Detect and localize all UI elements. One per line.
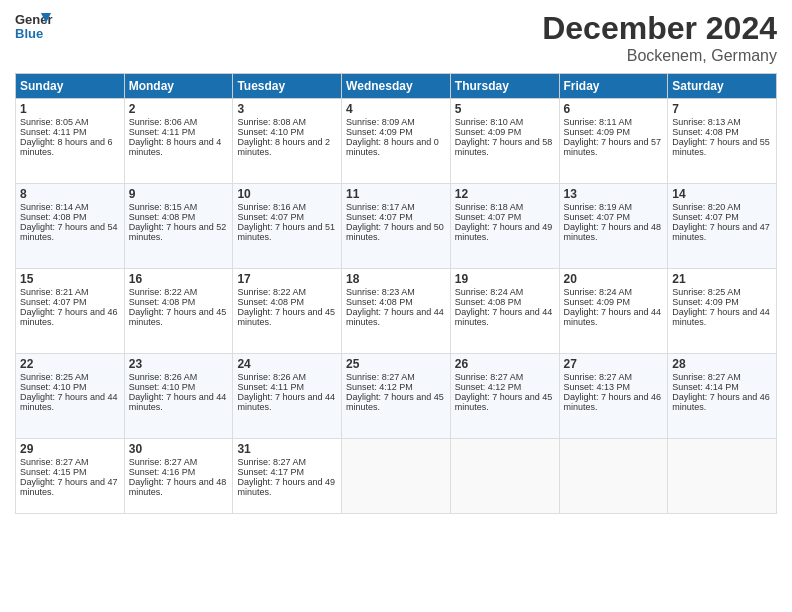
sunset-text: Sunset: 4:07 PM <box>20 297 87 307</box>
page-container: General Blue December 2024 Bockenem, Ger… <box>0 0 792 612</box>
day-number: 22 <box>20 357 120 371</box>
sunset-text: Sunset: 4:08 PM <box>129 297 196 307</box>
sunrise-text: Sunrise: 8:25 AM <box>20 372 89 382</box>
day-number: 14 <box>672 187 772 201</box>
sunrise-text: Sunrise: 8:23 AM <box>346 287 415 297</box>
day-number: 12 <box>455 187 555 201</box>
logo-icon: General Blue <box>15 10 53 40</box>
sunset-text: Sunset: 4:08 PM <box>20 212 87 222</box>
daylight-text: Daylight: 7 hours and 47 minutes. <box>20 477 118 497</box>
sunset-text: Sunset: 4:16 PM <box>129 467 196 477</box>
day-number: 30 <box>129 442 229 456</box>
calendar-cell: 5Sunrise: 8:10 AMSunset: 4:09 PMDaylight… <box>450 99 559 184</box>
daylight-text: Daylight: 8 hours and 6 minutes. <box>20 137 113 157</box>
calendar-cell: 13Sunrise: 8:19 AMSunset: 4:07 PMDayligh… <box>559 184 668 269</box>
day-number: 18 <box>346 272 446 286</box>
daylight-text: Daylight: 7 hours and 50 minutes. <box>346 222 444 242</box>
sunrise-text: Sunrise: 8:20 AM <box>672 202 741 212</box>
calendar-cell: 25Sunrise: 8:27 AMSunset: 4:12 PMDayligh… <box>342 354 451 439</box>
sunrise-text: Sunrise: 8:27 AM <box>20 457 89 467</box>
logo: General Blue <box>15 10 53 40</box>
calendar-header-row: SundayMondayTuesdayWednesdayThursdayFrid… <box>16 74 777 99</box>
daylight-text: Daylight: 7 hours and 44 minutes. <box>129 392 227 412</box>
calendar-cell: 23Sunrise: 8:26 AMSunset: 4:10 PMDayligh… <box>124 354 233 439</box>
day-number: 27 <box>564 357 664 371</box>
calendar-cell: 10Sunrise: 8:16 AMSunset: 4:07 PMDayligh… <box>233 184 342 269</box>
sunset-text: Sunset: 4:07 PM <box>455 212 522 222</box>
day-number: 3 <box>237 102 337 116</box>
calendar-table: SundayMondayTuesdayWednesdayThursdayFrid… <box>15 73 777 514</box>
sunset-text: Sunset: 4:17 PM <box>237 467 304 477</box>
daylight-text: Daylight: 7 hours and 44 minutes. <box>455 307 553 327</box>
daylight-text: Daylight: 8 hours and 4 minutes. <box>129 137 222 157</box>
sunrise-text: Sunrise: 8:09 AM <box>346 117 415 127</box>
day-number: 15 <box>20 272 120 286</box>
day-number: 21 <box>672 272 772 286</box>
sunrise-text: Sunrise: 8:17 AM <box>346 202 415 212</box>
sunrise-text: Sunrise: 8:27 AM <box>346 372 415 382</box>
daylight-text: Daylight: 7 hours and 46 minutes. <box>564 392 662 412</box>
sunset-text: Sunset: 4:10 PM <box>129 382 196 392</box>
calendar-cell <box>450 439 559 514</box>
calendar-cell: 15Sunrise: 8:21 AMSunset: 4:07 PMDayligh… <box>16 269 125 354</box>
calendar-cell: 2Sunrise: 8:06 AMSunset: 4:11 PMDaylight… <box>124 99 233 184</box>
sunrise-text: Sunrise: 8:27 AM <box>455 372 524 382</box>
sunset-text: Sunset: 4:07 PM <box>564 212 631 222</box>
calendar-day-header: Monday <box>124 74 233 99</box>
day-number: 9 <box>129 187 229 201</box>
day-number: 31 <box>237 442 337 456</box>
sunrise-text: Sunrise: 8:10 AM <box>455 117 524 127</box>
sunrise-text: Sunrise: 8:19 AM <box>564 202 633 212</box>
calendar-day-header: Sunday <box>16 74 125 99</box>
sunset-text: Sunset: 4:09 PM <box>564 127 631 137</box>
title-area: December 2024 Bockenem, Germany <box>542 10 777 65</box>
sunset-text: Sunset: 4:10 PM <box>237 127 304 137</box>
sunrise-text: Sunrise: 8:24 AM <box>564 287 633 297</box>
sunset-text: Sunset: 4:08 PM <box>455 297 522 307</box>
location: Bockenem, Germany <box>542 47 777 65</box>
calendar-cell: 12Sunrise: 8:18 AMSunset: 4:07 PMDayligh… <box>450 184 559 269</box>
calendar-cell: 16Sunrise: 8:22 AMSunset: 4:08 PMDayligh… <box>124 269 233 354</box>
calendar-cell: 31Sunrise: 8:27 AMSunset: 4:17 PMDayligh… <box>233 439 342 514</box>
calendar-cell: 22Sunrise: 8:25 AMSunset: 4:10 PMDayligh… <box>16 354 125 439</box>
daylight-text: Daylight: 7 hours and 44 minutes. <box>346 307 444 327</box>
daylight-text: Daylight: 7 hours and 52 minutes. <box>129 222 227 242</box>
sunrise-text: Sunrise: 8:22 AM <box>237 287 306 297</box>
day-number: 8 <box>20 187 120 201</box>
daylight-text: Daylight: 7 hours and 44 minutes. <box>20 392 118 412</box>
sunset-text: Sunset: 4:07 PM <box>672 212 739 222</box>
day-number: 29 <box>20 442 120 456</box>
daylight-text: Daylight: 7 hours and 45 minutes. <box>129 307 227 327</box>
sunrise-text: Sunrise: 8:11 AM <box>564 117 633 127</box>
daylight-text: Daylight: 7 hours and 46 minutes. <box>20 307 118 327</box>
calendar-cell: 14Sunrise: 8:20 AMSunset: 4:07 PMDayligh… <box>668 184 777 269</box>
sunset-text: Sunset: 4:15 PM <box>20 467 87 477</box>
calendar-cell: 18Sunrise: 8:23 AMSunset: 4:08 PMDayligh… <box>342 269 451 354</box>
calendar-cell: 9Sunrise: 8:15 AMSunset: 4:08 PMDaylight… <box>124 184 233 269</box>
month-title: December 2024 <box>542 10 777 47</box>
sunrise-text: Sunrise: 8:05 AM <box>20 117 89 127</box>
sunrise-text: Sunrise: 8:22 AM <box>129 287 198 297</box>
daylight-text: Daylight: 7 hours and 46 minutes. <box>672 392 770 412</box>
calendar-cell: 6Sunrise: 8:11 AMSunset: 4:09 PMDaylight… <box>559 99 668 184</box>
day-number: 6 <box>564 102 664 116</box>
svg-text:Blue: Blue <box>15 26 43 40</box>
daylight-text: Daylight: 7 hours and 44 minutes. <box>237 392 335 412</box>
day-number: 13 <box>564 187 664 201</box>
daylight-text: Daylight: 7 hours and 49 minutes. <box>237 477 335 497</box>
sunrise-text: Sunrise: 8:21 AM <box>20 287 89 297</box>
calendar-day-header: Thursday <box>450 74 559 99</box>
calendar-cell: 17Sunrise: 8:22 AMSunset: 4:08 PMDayligh… <box>233 269 342 354</box>
daylight-text: Daylight: 7 hours and 48 minutes. <box>564 222 662 242</box>
day-number: 7 <box>672 102 772 116</box>
day-number: 4 <box>346 102 446 116</box>
day-number: 28 <box>672 357 772 371</box>
sunset-text: Sunset: 4:13 PM <box>564 382 631 392</box>
daylight-text: Daylight: 7 hours and 45 minutes. <box>455 392 553 412</box>
sunrise-text: Sunrise: 8:15 AM <box>129 202 198 212</box>
day-number: 1 <box>20 102 120 116</box>
daylight-text: Daylight: 7 hours and 49 minutes. <box>455 222 553 242</box>
daylight-text: Daylight: 7 hours and 45 minutes. <box>346 392 444 412</box>
daylight-text: Daylight: 7 hours and 51 minutes. <box>237 222 335 242</box>
sunset-text: Sunset: 4:07 PM <box>237 212 304 222</box>
